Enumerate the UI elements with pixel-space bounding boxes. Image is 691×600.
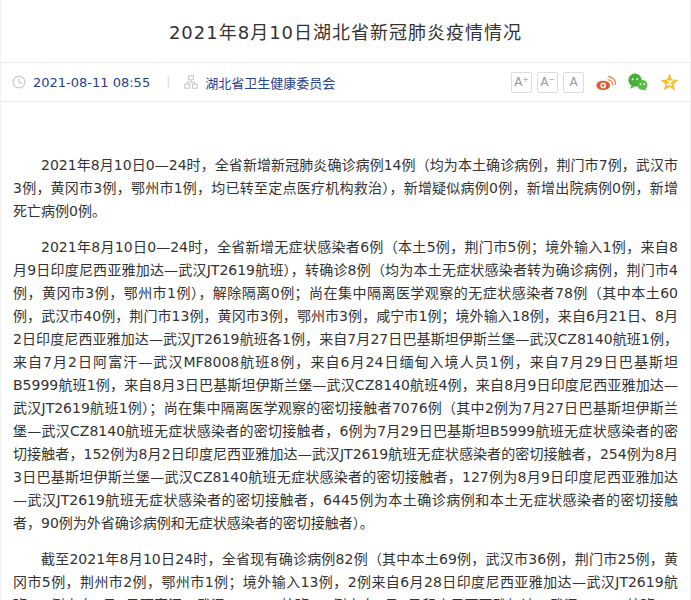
organization-icon: [184, 75, 198, 89]
qzone-icon: [660, 73, 679, 91]
clock-icon: [12, 75, 26, 89]
meta-separator: |: [166, 75, 170, 89]
page-title: 2021年8月10日湖北省新冠肺炎疫情情况: [169, 18, 522, 44]
wechat-icon: [628, 73, 648, 91]
article-body: 2021年8月10日0—24时，全省新增新冠肺炎确诊病例14例（均为本土确诊病例…: [1, 102, 690, 600]
paragraph-cumulative: 截至2021年8月10日24时，全省现有确诊病例82例（其中本土69例，武汉市3…: [13, 548, 678, 600]
font-smaller-button[interactable]: A⁻: [537, 72, 558, 93]
qzone-share-button[interactable]: [660, 73, 679, 91]
weibo-share-button[interactable]: [596, 74, 616, 91]
meta-bar: 2021-08-11 08:55 | 湖北省卫生健康委员会 A⁺ A⁻ A: [1, 62, 690, 102]
article-page: 2021年8月10日湖北省新冠肺炎疫情情况 2021-08-11 08:55 |: [0, 0, 691, 600]
source-name: 湖北省卫生健康委员会: [205, 73, 335, 92]
font-larger-button[interactable]: A⁺: [511, 72, 532, 93]
publish-time: 2021-08-11 08:55: [33, 75, 150, 90]
weibo-icon: [596, 74, 616, 91]
title-bar: 2021年8月10日湖北省新冠肺炎疫情情况: [1, 0, 690, 62]
meta-left: 2021-08-11 08:55 | 湖北省卫生健康委员会: [12, 73, 335, 92]
wechat-share-button[interactable]: [628, 73, 648, 91]
paragraph-new-confirmed: 2021年8月10日0—24时，全省新增新冠肺炎确诊病例14例（均为本土确诊病例…: [13, 154, 678, 223]
meta-right: A⁺ A⁻ A: [506, 72, 679, 93]
paragraph-asymptomatic: 2021年8月10日0—24时，全省新增无症状感染者6例（本土5例，荆门市5例；…: [13, 236, 678, 535]
font-reset-button[interactable]: A: [563, 72, 584, 93]
